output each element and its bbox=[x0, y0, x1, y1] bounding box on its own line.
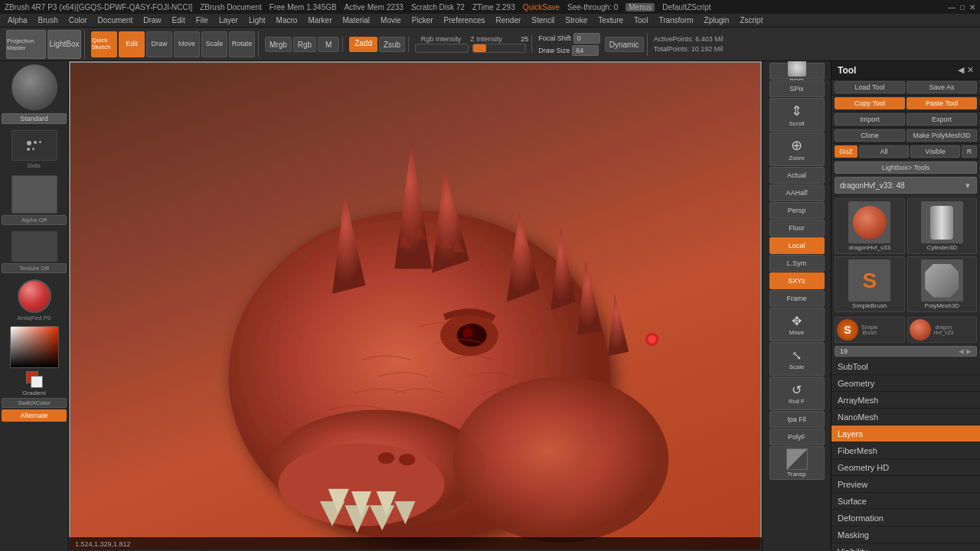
menu-alpha[interactable]: Alpha bbox=[3, 15, 32, 25]
dynamic-btn[interactable]: Dynamic bbox=[605, 37, 644, 52]
projection-master-btn[interactable]: Projection Master bbox=[6, 30, 46, 59]
tool-grid-item-dragon[interactable]: dragonHvf_v33 bbox=[835, 198, 905, 254]
menu-fibermesh[interactable]: FiberMesh bbox=[831, 442, 980, 459]
scale-rs-btn[interactable]: ⤡ Scale bbox=[769, 342, 825, 376]
transp-btn[interactable]: Transp bbox=[769, 446, 825, 480]
dots-preview[interactable] bbox=[11, 130, 57, 161]
load-tool-btn[interactable]: Load Tool bbox=[835, 81, 905, 93]
menu-brush[interactable]: Brush bbox=[34, 15, 63, 25]
menu-document[interactable]: Document bbox=[93, 15, 138, 25]
tool-grid-item-polymesh[interactable]: PolyMesh3D bbox=[907, 256, 978, 312]
lightbox-tools-btn[interactable]: Lightbox> Tools bbox=[835, 161, 977, 174]
minimize-btn[interactable]: — bbox=[948, 3, 956, 11]
menus-btn[interactable]: Menus bbox=[626, 3, 655, 11]
alpha-preview[interactable] bbox=[11, 175, 57, 214]
draw-btn[interactable]: Draw bbox=[146, 31, 172, 57]
menu-nanomesh[interactable]: NanoMesh bbox=[831, 409, 980, 425]
quick-sketch-btn[interactable]: Quick Sketch bbox=[91, 31, 117, 57]
menu-draw[interactable]: Draw bbox=[139, 15, 165, 25]
make-polymesh-btn[interactable]: Make PolyMesh3D bbox=[906, 129, 977, 142]
texture-off-btn[interactable]: Texture Off bbox=[2, 263, 67, 273]
menu-masking[interactable]: Masking bbox=[831, 527, 980, 543]
edit-btn[interactable]: Edit bbox=[119, 31, 145, 57]
material-preview[interactable] bbox=[18, 279, 51, 313]
rotate-btn[interactable]: Rotate bbox=[229, 31, 255, 57]
rtp-close-btn[interactable]: ✕ bbox=[967, 65, 974, 75]
copy-tool-btn[interactable]: Copy Tool bbox=[835, 97, 905, 109]
menu-layer[interactable]: Layer bbox=[214, 15, 243, 25]
spix-btn[interactable]: SPix bbox=[769, 80, 825, 97]
menu-file[interactable]: File bbox=[191, 15, 213, 25]
menu-color[interactable]: Color bbox=[64, 15, 92, 25]
polyf-btn[interactable]: PolyF bbox=[769, 429, 825, 445]
save-as-btn[interactable]: Save As bbox=[906, 81, 977, 93]
menu-movie[interactable]: Movie bbox=[376, 15, 406, 25]
persp-btn[interactable]: Persp bbox=[769, 202, 825, 219]
menu-preferences[interactable]: Preferences bbox=[439, 15, 490, 25]
brush-preview[interactable] bbox=[11, 64, 57, 110]
all-btn[interactable]: All bbox=[859, 145, 909, 158]
canvas-area[interactable]: 1.524,1.329,1.812 bbox=[69, 61, 762, 551]
zadd-btn[interactable]: Zadd bbox=[349, 37, 377, 52]
lsym-btn[interactable]: L.Sym bbox=[769, 255, 825, 272]
zsub-btn[interactable]: Zsub bbox=[379, 37, 405, 52]
r-btn[interactable]: R bbox=[962, 145, 977, 158]
menu-stencil[interactable]: Stencil bbox=[527, 15, 559, 25]
background-color[interactable] bbox=[31, 376, 43, 388]
zoom-btn[interactable]: ⊕ Zoom bbox=[769, 132, 825, 166]
mrgb-btn[interactable]: Mrgb bbox=[265, 37, 292, 52]
tool-counter[interactable]: 19 ◀ ▶ bbox=[835, 346, 977, 357]
frame-btn[interactable]: Frame bbox=[769, 290, 825, 307]
tool-grid-item-simplebrush2[interactable]: S SimpleBrush bbox=[835, 317, 905, 343]
sxyz-btn[interactable]: SXYz bbox=[769, 272, 825, 289]
rollf-btn[interactable]: ↺ Roll F bbox=[769, 377, 825, 410]
focal-shift-val[interactable]: 0 bbox=[573, 33, 600, 44]
goz-btn[interactable]: GoZ bbox=[835, 145, 858, 158]
menu-arraymesh[interactable]: ArrayMesh bbox=[831, 392, 980, 409]
maximize-btn[interactable]: □ bbox=[960, 3, 965, 11]
menu-texture[interactable]: Texture bbox=[593, 15, 628, 25]
menu-transform[interactable]: Transform bbox=[654, 15, 697, 25]
menu-geometry[interactable]: Geometry bbox=[831, 375, 980, 392]
rgb-intensity-slider[interactable] bbox=[415, 44, 469, 53]
texture-preview[interactable] bbox=[11, 231, 57, 262]
close-btn[interactable]: ✕ bbox=[969, 3, 975, 11]
draw-size-val[interactable]: 64 bbox=[572, 45, 599, 56]
menu-macro[interactable]: Macro bbox=[272, 15, 302, 25]
menu-subtool[interactable]: SubTool bbox=[831, 358, 980, 375]
menu-light[interactable]: Light bbox=[244, 15, 270, 25]
menu-marker[interactable]: Marker bbox=[303, 15, 336, 25]
m-btn[interactable]: M bbox=[318, 37, 339, 52]
quicksave-btn[interactable]: QuickSave bbox=[523, 3, 560, 11]
ipgfil-btn[interactable]: Ipa Fil bbox=[769, 411, 825, 428]
menu-edit[interactable]: Edit bbox=[168, 15, 190, 25]
color-picker[interactable] bbox=[10, 326, 59, 368]
paste-tool-btn[interactable]: Paste Tool bbox=[906, 97, 977, 109]
menu-visibility[interactable]: Visibility bbox=[831, 543, 980, 551]
rtp-expand-btn[interactable]: ◀ bbox=[958, 65, 964, 75]
rgb-btn[interactable]: Rgb bbox=[293, 37, 316, 52]
local-btn[interactable]: Local bbox=[769, 237, 825, 254]
aahalf-btn[interactable]: AAHalf bbox=[769, 184, 825, 201]
alternate-btn[interactable]: Alternate bbox=[2, 409, 67, 422]
tool-grid-item-cylinder[interactable]: Cylinder3D bbox=[907, 198, 978, 254]
tool-name-selector[interactable]: dragonHvf_v33: 48 ▼ bbox=[835, 177, 977, 194]
alpha-off-btn[interactable]: Alpha Off bbox=[2, 215, 67, 225]
export-btn[interactable]: Export bbox=[906, 113, 977, 126]
menu-preview[interactable]: Preview bbox=[831, 476, 980, 493]
import-btn[interactable]: Import bbox=[835, 113, 905, 126]
switch-color-btn[interactable]: SwitchColor bbox=[2, 398, 67, 408]
tool-grid-item-simplebrush[interactable]: S SimpleBrush bbox=[835, 256, 905, 312]
lightbox-btn[interactable]: LightBox bbox=[47, 30, 81, 59]
menu-layers[interactable]: Layers bbox=[831, 425, 980, 442]
menu-geometry-hd[interactable]: Geometry HD bbox=[831, 459, 980, 476]
menu-zplugin[interactable]: Zplugin bbox=[700, 15, 734, 25]
clone-btn[interactable]: Clone bbox=[835, 129, 905, 142]
scale-btn[interactable]: Scale bbox=[201, 31, 227, 57]
menu-tool[interactable]: Tool bbox=[629, 15, 652, 25]
menu-render[interactable]: Render bbox=[492, 15, 526, 25]
menu-deformation[interactable]: Deformation bbox=[831, 510, 980, 527]
tool-grid-item-dragon2[interactable]: dragonHvf_v23 bbox=[907, 317, 978, 343]
bpr-btn[interactable]: BPR bbox=[769, 63, 825, 80]
visible-btn[interactable]: Visible bbox=[910, 145, 960, 158]
